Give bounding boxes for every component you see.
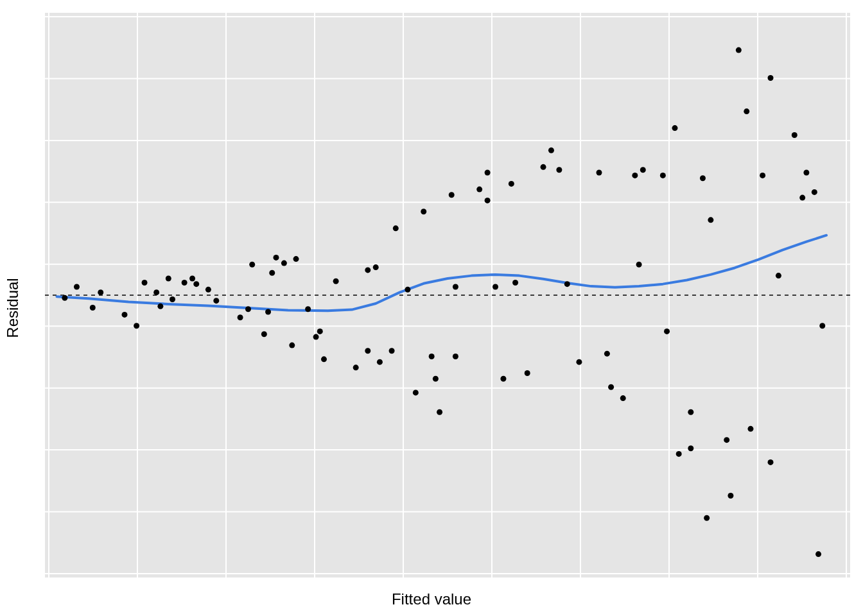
data-point [317, 329, 323, 334]
data-point [776, 273, 781, 278]
data-point [238, 314, 243, 320]
data-point [672, 125, 677, 131]
data-point [815, 551, 821, 557]
data-point [512, 280, 518, 286]
data-point [269, 270, 275, 276]
data-point [74, 284, 80, 289]
data-point [604, 351, 610, 357]
data-point [736, 47, 742, 53]
data-point [333, 278, 339, 284]
data-point [548, 148, 554, 153]
data-point [245, 306, 251, 312]
data-point [632, 173, 638, 178]
data-point [142, 280, 148, 286]
data-point [768, 75, 774, 81]
scatter-points [62, 47, 825, 558]
data-point [189, 275, 195, 281]
data-point [608, 384, 614, 390]
data-point [564, 281, 570, 287]
data-point [273, 255, 279, 261]
data-point [90, 305, 96, 311]
data-point [476, 187, 482, 193]
data-point [636, 262, 642, 268]
data-point [437, 409, 442, 415]
data-point [660, 173, 666, 178]
data-point [157, 304, 163, 309]
data-point [576, 359, 582, 365]
data-point [688, 409, 693, 415]
data-point [249, 262, 255, 268]
data-point [803, 170, 809, 176]
data-point [421, 209, 426, 214]
chart-container: Residual Fitted value [0, 0, 863, 616]
data-point [170, 296, 175, 302]
data-point [509, 181, 514, 187]
data-point [744, 108, 749, 114]
data-point [747, 426, 753, 432]
data-point [453, 284, 458, 289]
data-point [405, 287, 410, 293]
data-point [365, 348, 370, 354]
data-point [193, 281, 199, 287]
data-point [799, 195, 805, 201]
data-point [724, 437, 729, 443]
data-point [664, 329, 670, 334]
data-point [429, 354, 435, 359]
data-point [321, 356, 327, 362]
plot-panel [45, 13, 850, 578]
data-point [365, 267, 370, 273]
data-point [596, 170, 602, 176]
data-point [620, 395, 626, 401]
data-point [389, 348, 395, 354]
data-point [166, 275, 171, 281]
data-point [760, 173, 765, 178]
data-point [98, 289, 103, 295]
data-point [289, 343, 295, 348]
data-point [134, 323, 139, 329]
data-point [485, 170, 491, 176]
data-point [393, 225, 399, 231]
data-point [525, 370, 530, 376]
data-point [153, 289, 159, 295]
data-point [305, 306, 311, 312]
data-point [293, 256, 299, 262]
data-point [121, 312, 127, 318]
data-point [433, 376, 439, 382]
data-point [373, 264, 379, 270]
data-point [485, 198, 491, 203]
data-point [413, 389, 419, 395]
data-point [353, 364, 359, 370]
data-point [541, 164, 546, 170]
data-point [640, 167, 646, 173]
data-point [704, 515, 710, 521]
data-point [700, 175, 706, 181]
data-point [728, 493, 733, 499]
data-point [281, 261, 287, 266]
data-point [62, 295, 67, 301]
data-point [708, 217, 713, 223]
data-point [493, 284, 498, 289]
chart-svg [45, 13, 850, 578]
data-point [819, 323, 825, 329]
data-point [812, 189, 817, 195]
data-point [556, 167, 562, 173]
data-point [676, 451, 682, 457]
data-point [688, 445, 693, 451]
data-point [377, 359, 383, 365]
data-point [265, 309, 271, 315]
y-axis-label: Residual [4, 278, 22, 338]
data-point [213, 298, 219, 304]
data-point [768, 459, 774, 465]
data-point [792, 132, 798, 138]
data-point [205, 287, 211, 293]
x-axis-label: Fitted value [392, 590, 471, 608]
data-point [449, 192, 455, 198]
data-point [313, 334, 319, 340]
data-point [182, 280, 187, 286]
data-point [500, 376, 506, 382]
data-point [261, 331, 267, 337]
data-point [453, 354, 458, 359]
